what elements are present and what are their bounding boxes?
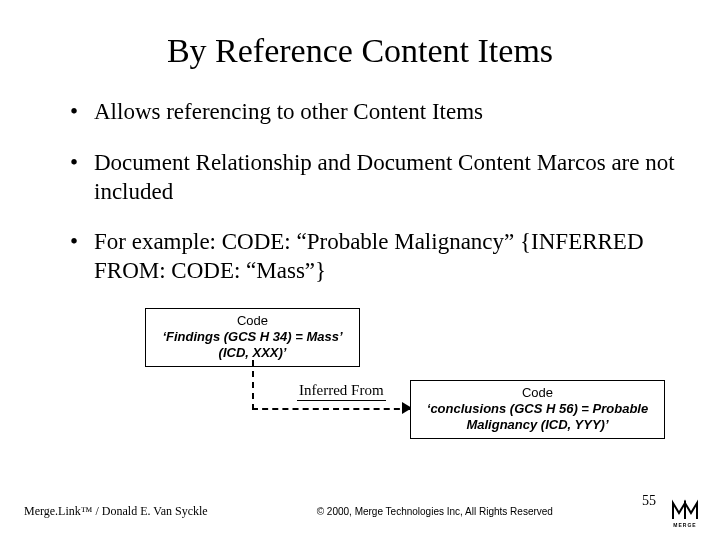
- footer-right: 55 MERGE: [642, 496, 700, 526]
- bullet-item: Allows referencing to other Content Item…: [70, 98, 680, 127]
- slide: By Reference Content Items Allows refere…: [0, 0, 720, 540]
- arrow-label: Inferred From: [297, 382, 386, 401]
- connector-vertical: [252, 360, 254, 410]
- bullet-item: For example: CODE: “Probable Malignancy”…: [70, 228, 680, 286]
- diagram-box-conclusions: Code ‘conclusions (GCS H 56) = Probable …: [410, 380, 665, 439]
- bullet-list: Allows referencing to other Content Item…: [40, 98, 680, 286]
- box-body: ‘conclusions (GCS H 56) = Probable Malig…: [421, 401, 654, 434]
- connector-horizontal: [252, 408, 410, 410]
- box-header: Code: [421, 385, 654, 401]
- bullet-item: Document Relationship and Document Conte…: [70, 149, 680, 207]
- diagram-box-findings: Code ‘Findings (GCS H 34) = Mass’ (ICD, …: [145, 308, 360, 367]
- box-body: ‘Findings (GCS H 34) = Mass’ (ICD, XXX)’: [156, 329, 349, 362]
- slide-title: By Reference Content Items: [40, 32, 680, 70]
- diagram: Code ‘Findings (GCS H 34) = Mass’ (ICD, …: [40, 308, 680, 438]
- slide-number: 55: [642, 493, 656, 509]
- footer: Merge.Link™ / Donald E. Van Syckle © 200…: [0, 496, 720, 526]
- logo-text: MERGE: [670, 522, 700, 528]
- box-header: Code: [156, 313, 349, 329]
- footer-author: Merge.Link™ / Donald E. Van Syckle: [24, 504, 208, 519]
- merge-logo-icon: MERGE: [670, 496, 700, 526]
- footer-copyright: © 2000, Merge Technologies Inc, All Righ…: [208, 506, 642, 517]
